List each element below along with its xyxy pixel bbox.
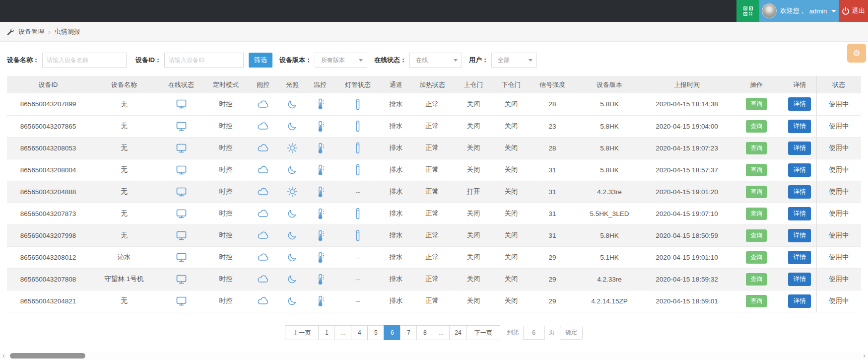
detail-button[interactable]: 详情 bbox=[788, 251, 811, 264]
upper-door-cell: 打开 bbox=[455, 181, 492, 203]
channel-cell: 排水 bbox=[382, 159, 410, 181]
detail-button[interactable]: 详情 bbox=[788, 207, 811, 220]
detail-button[interactable]: 详情 bbox=[788, 273, 811, 286]
operation-cell: 查询 bbox=[730, 137, 783, 159]
rain-control-cell bbox=[248, 203, 278, 224]
col-channel: 通道 bbox=[382, 76, 410, 93]
scrollbar-thumb[interactable] bbox=[10, 353, 85, 359]
query-button[interactable]: 查询 bbox=[746, 120, 767, 133]
pagination-page[interactable]: 1 bbox=[318, 325, 335, 340]
thermometer-icon bbox=[316, 164, 325, 176]
tube-icon bbox=[355, 208, 361, 219]
lamp-status-cell bbox=[334, 224, 382, 246]
col-timer-mode: 定时模式 bbox=[203, 76, 248, 93]
pagination-page[interactable]: 6 bbox=[384, 325, 401, 340]
channel-cell: 排水 bbox=[382, 93, 410, 115]
pagination-page[interactable]: 7 bbox=[400, 325, 417, 340]
temp-control-cell bbox=[307, 224, 334, 246]
query-button[interactable]: 查询 bbox=[746, 208, 767, 220]
thermometer-icon bbox=[316, 121, 325, 132]
detail-button[interactable]: 详情 bbox=[788, 294, 811, 308]
timer-mode-cell: 时控 bbox=[203, 268, 248, 290]
col-temp-control: 温控 bbox=[307, 76, 334, 93]
rain-control-cell bbox=[248, 93, 278, 115]
pagination-next[interactable]: 下一页 bbox=[467, 325, 500, 340]
user-filter-select[interactable]: 全部 bbox=[491, 53, 537, 68]
online-status-cell bbox=[159, 268, 203, 290]
pagination-page[interactable]: 8 bbox=[416, 325, 433, 340]
query-button[interactable]: 查询 bbox=[746, 229, 767, 242]
user-filter-value: 全部 bbox=[498, 56, 510, 65]
report-time-cell: 2020-04-15 19:01:10 bbox=[644, 246, 730, 268]
pagination-page[interactable]: 4 bbox=[351, 325, 368, 340]
detail-cell: 详情 bbox=[783, 159, 816, 181]
status-cell: 使用中 bbox=[816, 268, 861, 290]
operation-cell: 查询 bbox=[730, 93, 783, 115]
goto-confirm-button[interactable]: 确定 bbox=[560, 326, 583, 340]
detail-button[interactable]: 详情 bbox=[788, 120, 811, 133]
lamp-status-cell: -- bbox=[334, 268, 382, 290]
tube-icon bbox=[355, 98, 361, 110]
light-cell bbox=[278, 268, 307, 290]
logout-button[interactable]: 退出 bbox=[839, 0, 868, 22]
device-table: 设备ID 设备名称 在线状态 定时模式 雨控 光照 温控 灯管状态 通道 加热状… bbox=[7, 76, 861, 312]
query-button[interactable]: 查询 bbox=[746, 295, 767, 307]
thermometer-icon bbox=[316, 208, 325, 219]
detail-button[interactable]: 详情 bbox=[788, 163, 811, 177]
device-name-cell: 无 bbox=[89, 137, 159, 159]
device-id-input[interactable] bbox=[164, 53, 244, 68]
table-body: 865650043207899 无 时控 bbox=[7, 93, 861, 312]
settings-fab-button[interactable]: ⚙ bbox=[847, 44, 866, 63]
monitor-icon bbox=[176, 144, 187, 153]
device-id-cell: 865650043207865 bbox=[7, 115, 89, 137]
online-status-select[interactable]: 在线 bbox=[409, 53, 462, 68]
timer-mode-cell: 时控 bbox=[203, 159, 248, 181]
horizontal-scrollbar: ‹ › bbox=[0, 351, 868, 360]
status-cell: 使用中 bbox=[816, 203, 861, 224]
topbar: 欢迎您， admin 退出 bbox=[0, 0, 868, 22]
report-time-cell: 2020-04-15 19:07:23 bbox=[644, 137, 730, 159]
device-version-cell: 5.1HK bbox=[575, 246, 644, 268]
breadcrumb-item-device-management[interactable]: 设备管理 bbox=[18, 27, 44, 36]
detail-cell: 详情 bbox=[783, 224, 816, 246]
detail-button[interactable]: 详情 bbox=[788, 185, 811, 199]
report-time-cell: 2020-04-15 18:14:38 bbox=[644, 93, 730, 115]
status-cell: 使用中 bbox=[816, 181, 861, 203]
detail-button[interactable]: 详情 bbox=[788, 142, 811, 155]
pagination-page[interactable]: 24 bbox=[449, 325, 467, 340]
lower-door-cell: 关闭 bbox=[492, 115, 530, 137]
lower-door-cell: 关闭 bbox=[492, 137, 530, 159]
device-name-input[interactable] bbox=[42, 53, 127, 68]
query-button[interactable]: 查询 bbox=[746, 164, 767, 176]
thermometer-icon bbox=[316, 143, 325, 154]
heat-status-cell: 正常 bbox=[410, 93, 455, 115]
temp-control-cell bbox=[307, 159, 334, 181]
query-button[interactable]: 查询 bbox=[746, 251, 767, 264]
user-menu[interactable]: 欢迎您， admin bbox=[759, 0, 839, 22]
table-row: 865650043207873 无 时控 bbox=[7, 203, 861, 224]
pagination-page[interactable]: 5 bbox=[367, 325, 384, 340]
query-button[interactable]: 查询 bbox=[746, 186, 767, 198]
device-id-label: 设备ID： bbox=[135, 56, 161, 65]
heat-status-cell: 正常 bbox=[410, 268, 455, 290]
light-cell bbox=[278, 224, 307, 246]
cloud-icon bbox=[257, 210, 269, 217]
detail-button[interactable]: 详情 bbox=[788, 229, 811, 242]
scroll-left-arrow-icon[interactable]: ‹ bbox=[2, 352, 5, 359]
pagination-prev[interactable]: 上一页 bbox=[285, 325, 319, 340]
query-button[interactable]: 查询 bbox=[746, 273, 767, 286]
upper-door-cell: 关闭 bbox=[455, 159, 492, 181]
device-name-cell: 无 bbox=[89, 203, 159, 224]
monitor-icon bbox=[176, 231, 187, 240]
query-button[interactable]: 查询 bbox=[746, 98, 767, 110]
filter-button[interactable]: 筛选 bbox=[249, 53, 272, 68]
temp-control-cell bbox=[307, 115, 334, 137]
detail-button[interactable]: 详情 bbox=[788, 97, 811, 111]
device-version-select[interactable]: 所有版本 bbox=[315, 53, 367, 68]
scroll-right-arrow-icon[interactable]: › bbox=[863, 352, 866, 359]
light-cell bbox=[278, 115, 307, 137]
lamp-status-cell: -- bbox=[334, 181, 382, 203]
query-button[interactable]: 查询 bbox=[746, 142, 767, 154]
qr-code-button[interactable] bbox=[736, 0, 759, 22]
goto-page-input[interactable] bbox=[523, 326, 545, 340]
